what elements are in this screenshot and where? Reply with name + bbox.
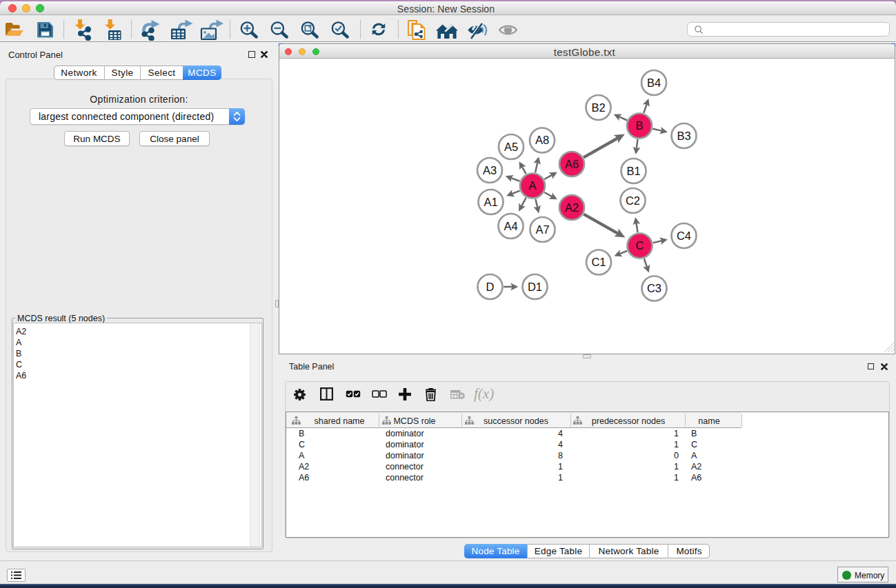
svg-text:A7: A7 xyxy=(535,223,549,236)
svg-text:D1: D1 xyxy=(528,281,542,293)
svg-text:A8: A8 xyxy=(535,134,549,146)
svg-text:B1: B1 xyxy=(626,165,640,177)
svg-text:B: B xyxy=(635,119,643,132)
svg-text:C3: C3 xyxy=(647,282,661,294)
svg-text:A5: A5 xyxy=(504,141,518,153)
svg-text:A6: A6 xyxy=(565,158,579,170)
svg-text:B2: B2 xyxy=(591,101,605,114)
svg-text:B4: B4 xyxy=(647,77,661,89)
svg-text:B3: B3 xyxy=(677,130,690,142)
svg-text:A2: A2 xyxy=(565,201,579,214)
svg-text:A1: A1 xyxy=(484,196,497,208)
svg-text:A4: A4 xyxy=(504,220,517,232)
svg-text:C4: C4 xyxy=(677,230,691,242)
svg-text:A3: A3 xyxy=(483,164,497,176)
svg-text:A: A xyxy=(528,179,536,192)
svg-text:C: C xyxy=(636,239,644,252)
svg-text:C2: C2 xyxy=(626,194,640,207)
svg-text:C1: C1 xyxy=(591,256,606,268)
svg-text:D: D xyxy=(486,281,495,293)
